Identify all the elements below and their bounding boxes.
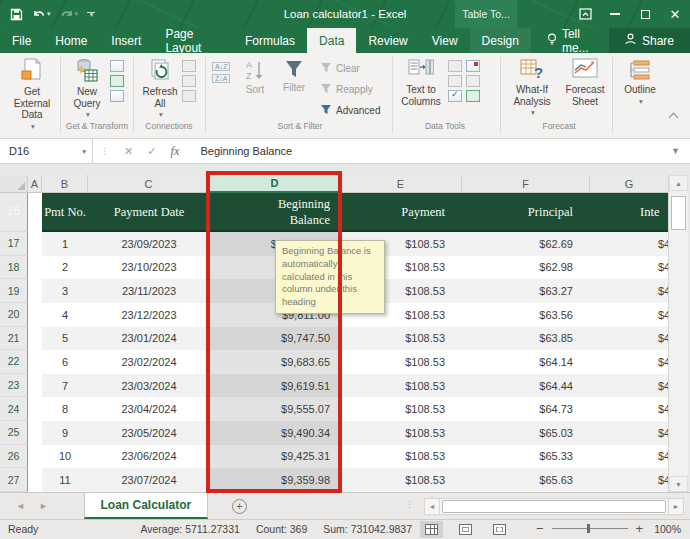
from-table-icon[interactable] <box>110 75 124 87</box>
cell-principal[interactable]: $64.44 <box>462 374 590 398</box>
cell-payment-date[interactable]: 23/02/2024 <box>88 350 210 374</box>
row-number[interactable]: 24 <box>0 397 28 421</box>
cell-beginning-balance[interactable]: $9,747.50 <box>210 327 340 351</box>
cell-pmt-no[interactable]: 6 <box>42 350 88 374</box>
row-number[interactable]: 26 <box>0 445 28 469</box>
refresh-all-button[interactable]: Refresh All▾ <box>139 58 181 120</box>
cell-principal[interactable]: $65.03 <box>462 421 590 445</box>
cell-a[interactable] <box>28 397 42 421</box>
column-header-a[interactable]: A <box>28 175 42 193</box>
row-number[interactable]: 17 <box>0 232 28 256</box>
cell-pmt-no[interactable]: 5 <box>42 327 88 351</box>
row-number[interactable]: 27 <box>0 468 28 492</box>
row-number[interactable]: 19 <box>0 279 28 303</box>
get-external-data-button[interactable]: Get External Data▾ <box>6 58 58 131</box>
name-box[interactable]: D16 ▾ <box>0 139 93 163</box>
vertical-scroll-thumb[interactable] <box>671 196 686 230</box>
cell-principal[interactable]: $64.73 <box>462 397 590 421</box>
sort-az-icon[interactable]: A↓Z <box>212 62 230 71</box>
save-icon[interactable] <box>10 8 23 21</box>
show-queries-icon[interactable] <box>110 60 124 72</box>
row-number[interactable]: 22 <box>0 350 28 374</box>
clear-filter-button[interactable]: Clear <box>320 62 360 75</box>
cell-beginning-balance[interactable]: $9,555.07 <box>210 397 340 421</box>
cell-payment-date[interactable]: 23/01/2024 <box>88 327 210 351</box>
connections-icon[interactable] <box>182 60 196 72</box>
filter-button[interactable]: Filter <box>276 58 312 94</box>
formula-content[interactable]: Beginning Balance <box>200 145 292 157</box>
cell-principal[interactable]: $65.33 <box>462 445 590 469</box>
sort-button[interactable]: AZ Sort <box>238 58 272 96</box>
cell-pmt-no[interactable]: 11 <box>42 468 88 492</box>
column-header-g[interactable]: G <box>590 175 668 193</box>
cell-pmt-no[interactable]: 4 <box>42 303 88 327</box>
consolidate-icon[interactable] <box>466 75 480 87</box>
cell-a[interactable] <box>28 374 42 398</box>
header-interest[interactable]: Inte <box>590 193 668 232</box>
cell-a[interactable] <box>28 468 42 492</box>
cell-pmt-no[interactable]: 3 <box>42 279 88 303</box>
undo-icon[interactable]: ▾ <box>32 8 51 20</box>
normal-view-button[interactable] <box>420 521 443 538</box>
cell-pmt-no[interactable]: 10 <box>42 445 88 469</box>
select-all-corner[interactable] <box>0 175 28 193</box>
close-button[interactable]: ✕ <box>660 0 690 28</box>
new-sheet-icon[interactable]: + <box>232 499 247 514</box>
vertical-scrollbar[interactable]: ▲ ▼ <box>668 175 688 492</box>
header-pmt-no[interactable]: Pmt No. <box>42 193 88 232</box>
cell-principal[interactable]: $62.98 <box>462 256 590 280</box>
cell-beginning-balance[interactable]: $9,619.51 <box>210 374 340 398</box>
scroll-up-icon[interactable]: ▲ <box>669 175 688 191</box>
tab-formulas[interactable]: Formulas <box>233 28 307 53</box>
cell-payment-date[interactable]: 23/09/2023 <box>88 232 210 256</box>
scroll-left-icon[interactable]: ◄ <box>424 498 440 515</box>
undo-dropdown-icon[interactable]: ▾ <box>47 10 51 18</box>
cell-interest[interactable]: $4 <box>590 397 668 421</box>
manage-data-model-icon[interactable] <box>466 90 480 102</box>
cell-beginning-balance[interactable]: $9,490.34 <box>210 421 340 445</box>
tab-data[interactable]: Data <box>307 28 356 53</box>
column-header-e[interactable]: E <box>340 175 462 193</box>
cell-principal[interactable]: $63.56 <box>462 303 590 327</box>
cell-payment-date[interactable]: 23/11/2023 <box>88 279 210 303</box>
minimize-button[interactable] <box>600 0 630 28</box>
column-header-b[interactable]: B <box>42 175 88 193</box>
cell-pmt-no[interactable]: 8 <box>42 397 88 421</box>
tab-view[interactable]: View <box>420 28 470 53</box>
cell-payment-date[interactable]: 23/04/2024 <box>88 397 210 421</box>
tell-me-box[interactable]: Tell me... <box>537 28 609 53</box>
advanced-filter-button[interactable]: Advanced <box>320 104 380 117</box>
zoom-slider[interactable] <box>552 528 628 529</box>
cell-principal[interactable]: $62.69 <box>462 232 590 256</box>
cell-pmt-no[interactable]: 1 <box>42 232 88 256</box>
cell-payment-date[interactable]: 23/12/2023 <box>88 303 210 327</box>
tab-file[interactable]: File <box>0 28 43 53</box>
column-header-c[interactable]: C <box>88 175 210 193</box>
edit-links-icon[interactable] <box>182 90 196 102</box>
sheet-nav-right-icon[interactable]: ► <box>39 501 48 511</box>
cell-a[interactable] <box>28 232 42 256</box>
cell-payment[interactable]: $108.53 <box>340 350 462 374</box>
insert-function-icon[interactable]: fx <box>163 144 186 159</box>
ribbon-display-options-icon[interactable] <box>570 0 600 28</box>
text-to-columns-button[interactable]: Text to Columns <box>398 58 444 107</box>
cell-principal[interactable]: $64.14 <box>462 350 590 374</box>
row-number[interactable]: 16 <box>0 193 28 232</box>
zoom-slider-thumb[interactable] <box>587 524 590 533</box>
header-payment-date[interactable]: Payment Date <box>88 193 210 232</box>
column-header-d[interactable]: D <box>210 175 340 193</box>
cancel-icon[interactable]: ✕ <box>117 145 140 158</box>
horizontal-scroll-thumb[interactable] <box>442 500 666 513</box>
row-number[interactable]: 21 <box>0 327 28 351</box>
scroll-down-icon[interactable]: ▼ <box>669 476 688 492</box>
cell-pmt-no[interactable]: 9 <box>42 421 88 445</box>
relationships-icon[interactable] <box>448 75 462 87</box>
cell-payment[interactable]: $108.53 <box>340 468 462 492</box>
cell-interest[interactable]: $4 <box>590 468 668 492</box>
cell-payment[interactable]: $108.53 <box>340 397 462 421</box>
cell-payment-date[interactable]: 23/06/2024 <box>88 445 210 469</box>
cell-a[interactable] <box>28 445 42 469</box>
maximize-button[interactable] <box>630 0 660 28</box>
zoom-level[interactable]: 100% <box>654 523 681 535</box>
header-principal[interactable]: Principal <box>462 193 590 232</box>
